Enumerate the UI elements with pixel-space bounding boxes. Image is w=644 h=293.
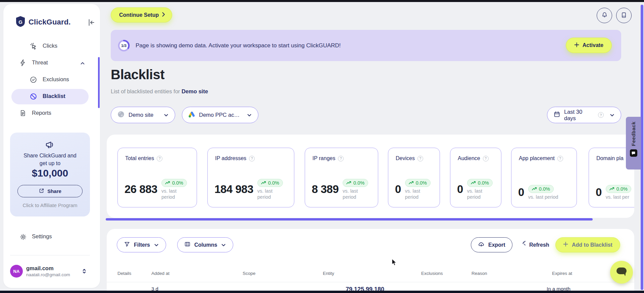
sidebar-item-reports[interactable]: Reports — [11, 106, 89, 121]
avatar[interactable]: NA — [10, 265, 23, 278]
trend-up-icon — [471, 180, 476, 186]
stat-card-value: 0 — [518, 186, 524, 199]
stat-card-ip-addresses: IP addresses?184 9830.0%vs. last period — [207, 148, 294, 207]
document-icon — [19, 109, 27, 117]
stat-card-value: 184 983 — [214, 183, 253, 196]
column-header-reason: Reason — [472, 271, 487, 276]
stat-card-title: Total entries — [125, 155, 154, 161]
continue-setup-button[interactable]: Continue Setup — [111, 7, 172, 22]
stat-card-value: 0 — [457, 183, 463, 196]
stat-card-audience: Audience?00.0%vs. last period — [450, 148, 501, 207]
columns-label: Columns — [194, 242, 217, 248]
sidebar-collapse-icon[interactable] — [87, 18, 95, 27]
column-header-entity: Entity — [323, 271, 334, 276]
sidebar: G ClickGuard. ClicksThreatExclusionsBlac… — [3, 4, 100, 288]
window-bottom-edge — [0, 291, 644, 293]
page-subtitle: List of blacklisted entities for Demo si… — [111, 88, 208, 95]
promo-footnote: Click to Affiliate Program — [10, 202, 90, 208]
megaphone-icon — [45, 140, 55, 150]
stat-card-note: vs. last period — [343, 188, 363, 200]
sidebar-item-blacklist[interactable]: Blacklist — [11, 89, 89, 104]
page-subtitle-site: Demo site — [182, 88, 208, 94]
chat-launcher-button[interactable] — [610, 261, 633, 284]
stat-card-value: 26 883 — [125, 183, 157, 196]
trend-up-icon — [165, 180, 170, 186]
export-button[interactable]: Export — [471, 237, 512, 252]
stat-card-title: App placement — [519, 155, 555, 161]
delta-value: 0.0% — [172, 180, 183, 186]
column-header-expires-at: Expires at — [552, 271, 572, 276]
stats-panel: Total entries?26 8830.0%vs. last periodI… — [107, 135, 634, 218]
docs-button[interactable] — [616, 8, 632, 23]
continue-setup-label: Continue Setup — [119, 12, 159, 18]
share-button[interactable]: Share — [17, 185, 83, 197]
brand-name: ClickGuard. — [29, 18, 71, 27]
notifications-button[interactable] — [597, 8, 612, 23]
stat-card-value: 0 — [395, 183, 401, 196]
stat-card-note: vs. last period — [528, 194, 558, 200]
stat-card-title: Devices — [396, 155, 415, 161]
chat-bubble-icon — [615, 266, 628, 278]
trend-up-icon — [409, 180, 414, 186]
stat-card-note: vs. last period — [467, 188, 487, 200]
site-selector[interactable]: Demo site — [111, 107, 175, 123]
help-icon[interactable]: ? — [157, 156, 162, 161]
columns-button[interactable]: Columns — [177, 237, 233, 252]
trend-up-icon — [609, 186, 614, 192]
feedback-logo-icon — [630, 149, 637, 157]
trend-up-icon — [532, 186, 537, 192]
help-icon[interactable]: ? — [483, 156, 489, 161]
affiliate-promo-card[interactable]: Share ClickGuard and get up to $10,000 S… — [10, 133, 90, 216]
filters-button[interactable]: Filters — [117, 237, 166, 252]
table-divider — [107, 282, 634, 282]
date-range-selector[interactable]: Last 30 days ? — [547, 107, 621, 123]
stats-horizontal-scrollbar[interactable] — [106, 218, 593, 221]
site-selector-value: Demo site — [129, 112, 153, 118]
chevron-down-icon — [163, 112, 169, 118]
banner-message: Page is showing demo data. Activate your… — [136, 30, 341, 61]
calendar-icon — [553, 111, 560, 119]
stat-card-title: IP addresses — [215, 155, 246, 161]
activate-button[interactable]: Activate — [566, 38, 612, 53]
feedback-tab[interactable]: Feedback — [626, 117, 641, 169]
sidebar-item-clicks[interactable]: Clicks — [11, 39, 89, 54]
page-title: Blacklist — [111, 67, 164, 82]
help-icon[interactable]: ? — [249, 156, 255, 161]
stat-card-note: vs. last period — [405, 188, 425, 200]
column-header-details: Details — [117, 271, 131, 276]
chevron-down-icon — [154, 242, 159, 248]
external-link-icon — [39, 188, 44, 195]
svg-text:G: G — [18, 19, 22, 25]
refresh-button[interactable]: Refresh — [517, 237, 551, 252]
export-label: Export — [488, 242, 505, 248]
stat-card-value: 8 389 — [312, 183, 339, 196]
sidebar-item-threat[interactable]: Threat — [11, 55, 89, 71]
help-icon[interactable]: ? — [417, 156, 423, 161]
activate-label: Activate — [583, 42, 603, 48]
ppc-account-selector[interactable]: Demo PPC ac… — [182, 107, 258, 123]
sidebar-divider — [10, 255, 90, 255]
help-icon[interactable]: ? — [338, 156, 344, 161]
sidebar-scrollbar[interactable] — [98, 57, 100, 108]
add-to-blacklist-button[interactable]: Add to Blacklist — [555, 237, 620, 252]
date-range-value: Last 30 days — [564, 109, 594, 121]
setup-progress-label: 1/3 — [117, 39, 130, 52]
window-top-edge — [0, 0, 644, 2]
block-icon — [30, 93, 38, 101]
page-subtitle-text: List of blacklisted entities for — [111, 88, 180, 94]
delta-value: 0.0% — [353, 180, 364, 186]
promo-amount: $10,000 — [10, 167, 90, 179]
account-switcher-icon[interactable] — [81, 267, 88, 275]
share-label: Share — [47, 188, 61, 194]
column-header-exclusions: Exclusions — [421, 271, 443, 276]
sidebar-item-exclusions[interactable]: Exclusions — [11, 72, 89, 88]
help-icon[interactable]: ? — [598, 112, 604, 118]
column-header-scope: Scope — [243, 271, 255, 276]
user-email: naatali.ro@gmail.com — [26, 272, 70, 277]
page-scrollbar[interactable] — [641, 5, 643, 290]
help-icon[interactable]: ? — [557, 156, 563, 161]
sidebar-item-settings[interactable]: Settings — [11, 229, 89, 244]
plus-icon — [574, 42, 579, 49]
sidebar-item-label: Threat — [32, 59, 48, 66]
columns-icon — [184, 241, 191, 249]
